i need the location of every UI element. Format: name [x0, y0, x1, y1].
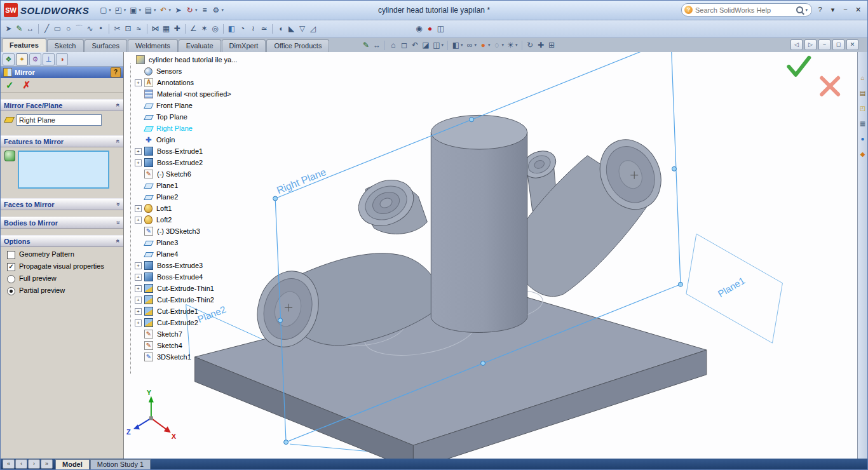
display-style-dropdown-icon[interactable]: ▾ [461, 43, 463, 48]
undo-dropdown-icon[interactable]: ▾ [168, 8, 171, 13]
close-button[interactable]: ✕ [853, 4, 864, 15]
expand-toggle[interactable]: + [135, 148, 142, 155]
edit-appearance-dropdown-icon[interactable]: ▾ [488, 43, 491, 48]
search-dropdown-icon[interactable]: ▾ [805, 8, 808, 13]
tree-item-plane4[interactable]: +Plane4 [126, 248, 238, 260]
tree-item-cut-extrude-thin1[interactable]: +Cut-Extrude-Thin1 [126, 283, 238, 294]
circle-icon[interactable]: ○ [63, 24, 74, 34]
tree-item-plane1[interactable]: +Plane1 [126, 180, 238, 191]
custom-properties-icon[interactable]: ◆ [858, 150, 867, 158]
collapse-chevron-icon[interactable]: « [115, 140, 122, 144]
view-orientation-dropdown-icon[interactable]: ▾ [441, 43, 444, 48]
undo-icon[interactable]: ↶ [158, 5, 168, 16]
file-explorer-icon[interactable]: ◰ [858, 104, 867, 112]
file-properties-icon[interactable]: ≡ [199, 5, 210, 16]
tab-configurationmanager[interactable]: ⚙ [29, 53, 41, 65]
view-orientation-icon[interactable]: ◫ [431, 40, 442, 51]
tree-item-3dsketch3[interactable]: +✎(-) 3DSketch3 [126, 225, 238, 237]
step-back-icon[interactable]: ‹ [15, 459, 27, 469]
display-style-icon[interactable]: ◧ [451, 40, 461, 51]
expand-toggle[interactable]: + [135, 297, 142, 304]
rotate-view-icon[interactable]: ↻ [525, 40, 536, 51]
document-restore-button[interactable]: ◻ [832, 39, 844, 50]
draft-icon[interactable]: ◿ [308, 24, 318, 34]
tree-item-material-not-specified[interactable]: +Material <not specified> [126, 88, 238, 100]
expand-toggle[interactable]: + [135, 205, 142, 212]
dimension-quick-icon[interactable]: ↔ [371, 40, 382, 51]
open-icon[interactable]: ◰ [113, 5, 124, 16]
edit-appearance-icon[interactable]: ● [478, 40, 489, 51]
partial-preview-radio[interactable] [7, 287, 15, 295]
featuremanager-expand-icon[interactable]: ▷ [804, 39, 817, 50]
hide-show-items-dropdown-icon[interactable]: ▾ [474, 43, 477, 48]
tree-item-sketch6[interactable]: +✎(-) Sketch6 [126, 168, 238, 180]
tree-item-sketch4[interactable]: +✎Sketch4 [126, 340, 238, 351]
tab-model[interactable]: Model [55, 459, 90, 469]
tab-weldments[interactable]: Weldments [128, 39, 178, 52]
zoom-to-area-icon[interactable]: ◻ [398, 40, 409, 51]
minimize-button[interactable]: − [840, 4, 851, 15]
trim-entities-icon[interactable]: ✂ [112, 24, 123, 34]
tree-item-origin[interactable]: +✚Origin [126, 134, 238, 145]
move-entities-icon[interactable]: ✚ [172, 24, 182, 34]
appearances-icon[interactable]: ● [858, 135, 867, 143]
model-central-cylinder[interactable] [431, 115, 527, 332]
corner-rectangle-icon[interactable]: ▭ [52, 24, 63, 34]
new-document-dropdown-icon[interactable]: ▾ [109, 8, 111, 13]
tree-item-sensors[interactable]: +Sensors [126, 65, 238, 77]
mirror-plane-input[interactable] [17, 114, 102, 126]
expand-toggle[interactable]: + [135, 217, 142, 224]
fillet-icon[interactable]: ◖ [275, 24, 286, 34]
tab-features[interactable]: Features [2, 38, 46, 52]
expand-toggle[interactable]: + [135, 308, 142, 315]
convert-entities-icon[interactable]: ⊡ [123, 24, 133, 34]
tab-featuremanager[interactable]: ❖ [3, 53, 15, 65]
rebuild-icon[interactable]: ↻ [184, 5, 195, 16]
section-features-to-mirror[interactable]: Features to Mirror « [1, 135, 123, 147]
rebuild-dropdown-icon[interactable]: ▾ [195, 8, 198, 13]
tab-office-products[interactable]: Office Products [266, 39, 329, 52]
point-icon[interactable]: • [95, 24, 106, 34]
open-dropdown-icon[interactable]: ▾ [124, 8, 126, 13]
save-icon[interactable]: ▣ [128, 5, 139, 16]
search-icon[interactable] [796, 6, 803, 13]
tab-surfaces[interactable]: Surfaces [85, 39, 127, 52]
tab-dimxpert[interactable]: DimXpert [222, 39, 266, 52]
expand-toggle[interactable]: + [135, 79, 142, 86]
help-button[interactable]: ? [815, 4, 825, 15]
collapse-chevron-icon[interactable]: « [115, 104, 122, 107]
propagate-visual-properties-checkbox[interactable]: ✓ [7, 263, 15, 271]
expand-chevron-icon[interactable]: « [115, 221, 122, 225]
collapse-menu-button[interactable]: ▾ [827, 4, 838, 15]
design-library-icon[interactable]: ▤ [858, 89, 867, 97]
tab-sketch[interactable]: Sketch [47, 39, 84, 52]
sketch-quick-icon[interactable]: ✎ [360, 40, 371, 51]
featuremanager-collapse-icon[interactable]: ◁ [790, 39, 803, 50]
rewind-icon[interactable]: « [3, 459, 15, 469]
tab-propertymanager[interactable]: ✦ [16, 53, 28, 65]
shell-icon[interactable]: ▽ [297, 24, 308, 34]
tab-dimxpertmanager[interactable]: ⊥ [43, 53, 55, 65]
tree-item-boss-extrude2[interactable]: +Boss-Extrude2 [126, 157, 238, 168]
document-close-button[interactable]: ✕ [846, 39, 858, 50]
offset-entities-icon[interactable]: ≈ [133, 24, 144, 34]
apply-scene-icon[interactable]: ◌ [491, 40, 502, 51]
new-document-icon[interactable]: ▢ [98, 5, 109, 16]
tree-item-sketch7[interactable]: +✎Sketch7 [126, 328, 238, 340]
section-view-icon[interactable]: ◪ [420, 40, 431, 51]
expand-toggle[interactable]: + [135, 159, 142, 166]
options-icon[interactable]: ⚙ [210, 5, 221, 16]
linear-sketch-pattern-icon[interactable]: ▦ [161, 24, 172, 34]
tree-item-3dsketch1[interactable]: +✎3DSketch1 [126, 351, 238, 363]
section-faces-to-mirror[interactable]: Faces to Mirror « [1, 198, 123, 210]
pan-icon[interactable]: ✚ [536, 40, 546, 51]
step-forward-icon[interactable]: › [28, 459, 40, 469]
sketch-tool-icon[interactable]: ✎ [14, 24, 25, 34]
model-front-valve-guide[interactable] [351, 171, 428, 234]
section-mirror-face-plane[interactable]: Mirror Face/Plane « [1, 99, 123, 111]
section-options[interactable]: Options « [1, 235, 123, 247]
expand-toggle[interactable]: + [135, 262, 142, 269]
tree-item-plane3[interactable]: +Plane3 [126, 237, 238, 248]
help-search-box[interactable]: ? ▾ [681, 3, 812, 17]
save-dropdown-icon[interactable]: ▾ [139, 8, 141, 13]
